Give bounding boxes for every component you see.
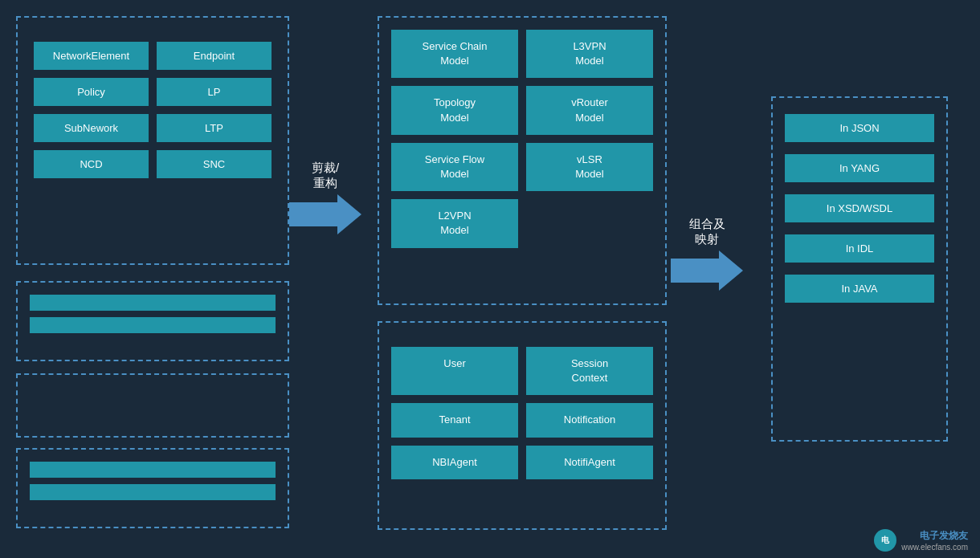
item-endpoint: Endpoint [157, 42, 272, 70]
watermark-text: 电子发烧友 www.elecfans.com [901, 529, 968, 552]
item-notification: Notification [526, 403, 653, 437]
item-lp: LP [157, 78, 272, 106]
col1-lower2-box [16, 373, 289, 438]
item-tenant: Tenant [391, 403, 518, 437]
item-in-java: In JAVA [785, 275, 934, 303]
arrow-compose-icon [671, 250, 743, 291]
arrow-cut: 剪裁/ 重构 [289, 161, 361, 234]
col2-bottom-box: User Session Context Tenant Notification… [378, 321, 667, 530]
item-vrouter-model: vRouter Model [526, 86, 653, 134]
col1-lower1-item1 [30, 295, 276, 311]
item-session-context: Session Context [526, 347, 653, 395]
arrow-cut-icon [289, 194, 361, 234]
col1-top-box: NetworkElement Endpoint Policy LP SubNew… [16, 16, 289, 265]
watermark-circle-icon: 电 [874, 529, 896, 552]
col1-lower1-box [16, 281, 289, 361]
item-in-idl: In IDL [785, 234, 934, 263]
col1-lower3-item1 [30, 462, 276, 478]
item-in-yang: In YANG [785, 154, 934, 182]
item-in-xsd-wsdl: In XSD/WSDL [785, 194, 934, 222]
item-l3vpn-model: L3VPN Model [526, 30, 653, 78]
col2-top-grid: Service Chain Model L3VPN Model Topology… [391, 30, 653, 248]
svg-marker-1 [671, 250, 743, 291]
item-ncd: NCD [34, 150, 149, 178]
col3-inner: In JSON In YANG In XSD/WSDL In IDL In JA… [785, 114, 934, 303]
col1-lower1-inner [30, 295, 276, 333]
arrow-cut-label: 剪裁/ 重构 [312, 161, 339, 191]
item-notifiagent: NotifiAgent [526, 446, 653, 479]
col1-lower3-box [16, 448, 289, 528]
col1-lower3-item2 [30, 484, 276, 500]
svg-marker-0 [289, 194, 361, 234]
col1-lower1-item2 [30, 317, 276, 333]
item-l2vpn-model: L2VPN Model [391, 199, 518, 247]
watermark-logo: 电 电子发烧友 www.elecfans.com [874, 529, 968, 552]
watermark: 电 电子发烧友 www.elecfans.com [874, 529, 968, 552]
col3-box: In JSON In YANG In XSD/WSDL In IDL In JA… [771, 96, 948, 442]
arrow-compose-label: 组合及 映射 [689, 217, 725, 247]
arrow-compose: 组合及 映射 [671, 217, 743, 291]
item-network-element: NetworkElement [34, 42, 149, 70]
item-subnetwork: SubNework [34, 114, 149, 142]
item-policy: Policy [34, 78, 149, 106]
item-user: User [391, 347, 518, 395]
item-service-chain-model: Service Chain Model [391, 30, 518, 78]
diagram-container: NetworkElement Endpoint Policy LP SubNew… [0, 0, 980, 558]
item-vlsr-model: vLSR Model [526, 143, 653, 191]
item-topology-model: Topology Model [391, 86, 518, 134]
item-in-json: In JSON [785, 114, 934, 142]
item-placeholder [526, 199, 653, 247]
col1-grid: NetworkElement Endpoint Policy LP SubNew… [34, 42, 272, 178]
item-snc: SNC [157, 150, 272, 178]
col2-top-box: Service Chain Model L3VPN Model Topology… [378, 16, 667, 305]
item-service-flow-model: Service Flow Model [391, 143, 518, 191]
col1-lower3-inner [30, 462, 276, 500]
item-nbiagent: NBIAgent [391, 446, 518, 479]
item-ltp: LTP [157, 114, 272, 142]
col2-bottom-grid: User Session Context Tenant Notification… [391, 347, 653, 479]
